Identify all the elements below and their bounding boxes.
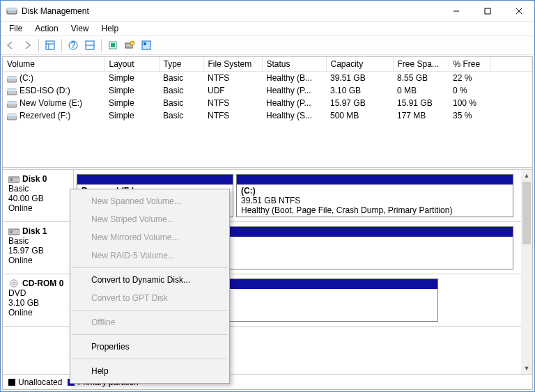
volume-table-header[interactable]: Volume Layout Type File System Status Ca… [3, 57, 532, 72]
scroll-up-arrow[interactable]: ▲ [521, 170, 532, 181]
partition-box[interactable]: (C:)39.51 GB NTFSHealthy (Boot, Page Fil… [236, 174, 513, 217]
svg-point-16 [130, 41, 134, 45]
svg-text:?: ? [71, 40, 76, 50]
forward-button[interactable] [20, 38, 34, 52]
volume-status: Healthy (B... [262, 72, 326, 85]
vertical-scrollbar[interactable]: ▲ ▼ [521, 170, 532, 374]
disk-size: 15.97 GB [8, 246, 68, 256]
col-layout[interactable]: Layout [104, 57, 159, 72]
disk-label[interactable]: Disk 0Basic40.00 GBOnline [3, 170, 74, 221]
svg-rect-26 [7, 114, 17, 116]
menu-item[interactable]: Properties [70, 338, 229, 356]
back-button[interactable] [3, 38, 17, 52]
volume-type: Basic [159, 72, 203, 85]
volume-type: Basic [159, 109, 203, 122]
svg-rect-24 [7, 102, 17, 104]
volume-status: Healthy (P... [262, 84, 326, 97]
scroll-down-arrow[interactable]: ▼ [521, 363, 532, 374]
partition-stripe [237, 175, 513, 185]
volume-capacity: 15.97 GB [326, 97, 393, 109]
menu-separator [72, 310, 228, 311]
svg-rect-6 [46, 41, 54, 49]
svg-rect-3 [485, 8, 490, 14]
col-status[interactable]: Status [262, 57, 326, 72]
disk-name: CD-ROM 0 [8, 279, 68, 288]
volume-fs: NTFS [203, 97, 262, 109]
svg-point-32 [13, 283, 15, 285]
col-fs[interactable]: File System [203, 57, 262, 72]
minimize-button[interactable] [440, 1, 472, 21]
menu-view[interactable]: View [65, 22, 95, 35]
disk-state: Online [8, 308, 68, 317]
disk-name: Disk 0 [8, 174, 68, 184]
menu-file[interactable]: File [3, 22, 28, 35]
svg-rect-18 [144, 42, 146, 45]
disk-type: DVD [8, 288, 68, 298]
menu-separator [72, 267, 228, 268]
volume-type: Basic [159, 97, 203, 109]
toolbar-separator [61, 39, 62, 52]
titlebar: Disk Management [1, 1, 534, 22]
svg-rect-14 [111, 43, 115, 47]
menu-item[interactable]: Convert to Dynamic Disk... [70, 271, 229, 289]
svg-rect-1 [7, 8, 17, 10]
col-type[interactable]: Type [159, 57, 203, 72]
col-capacity[interactable]: Capacity [326, 57, 393, 72]
disk-type: Basic [8, 236, 68, 246]
menu-separator [72, 359, 228, 359]
disk-context-menu[interactable]: New Spanned Volume...New Striped Volume.… [70, 189, 230, 384]
partition-line2: Healthy (Boot, Page File, Crash Dump, Pr… [241, 205, 509, 215]
disk-label[interactable]: Disk 1Basic15.97 GBOnline [3, 222, 74, 274]
volume-row[interactable]: New Volume (E:)SimpleBasicNTFSHealthy (P… [3, 97, 532, 109]
col-free[interactable]: Free Spa... [393, 57, 449, 72]
refresh-button[interactable] [106, 38, 120, 52]
disk-name: Disk 1 [8, 226, 68, 236]
volume-fs: UDF [203, 84, 262, 97]
partition-stripe [77, 175, 233, 185]
svg-rect-22 [7, 89, 17, 91]
menubar: File Action View Help [1, 22, 534, 36]
legend-unallocated: Unallocated [18, 377, 62, 387]
rescan-button[interactable] [123, 38, 137, 52]
menu-help[interactable]: Help [96, 22, 125, 35]
disk-size: 40.00 GB [8, 194, 68, 203]
toolbar-separator [38, 39, 39, 52]
app-icon [6, 6, 17, 17]
volume-fs: NTFS [203, 109, 262, 122]
volume-row[interactable]: (C:)SimpleBasicNTFSHealthy (B...39.51 GB… [3, 72, 532, 85]
toolbar: ? [1, 36, 534, 55]
toolbar-view-button[interactable] [43, 38, 57, 52]
col-pctfree[interactable]: % Free [449, 57, 490, 72]
disk-label[interactable]: CD-ROM 0DVD3.10 GBOnline [3, 274, 74, 326]
volume-row[interactable]: Rezerved (F:)SimpleBasicNTFSHealthy (S..… [3, 109, 532, 122]
close-button[interactable] [503, 1, 534, 21]
svg-rect-30 [10, 230, 13, 233]
volume-name: Rezerved (F:) [20, 111, 70, 120]
scroll-thumb[interactable] [522, 182, 531, 244]
volume-name: ESD-ISO (D:) [20, 86, 70, 95]
toolbar-settings-button[interactable] [83, 38, 97, 52]
disk-size: 3.10 GB [8, 298, 68, 308]
menu-item: New RAID-5 Volume... [70, 246, 229, 265]
menu-item[interactable]: Help [70, 362, 229, 380]
volume-table[interactable]: Volume Layout Type File System Status Ca… [3, 57, 532, 122]
window-title: Disk Management [22, 6, 440, 16]
toolbar-extra-button[interactable] [139, 38, 153, 52]
volume-row[interactable]: ESD-ISO (D:)SimpleBasicUDFHealthy (P...3… [3, 84, 532, 97]
volume-pct: 100 % [449, 97, 490, 109]
volume-layout: Simple [104, 109, 159, 122]
volume-layout: Simple [104, 97, 159, 109]
disk-type: Basic [8, 184, 68, 194]
col-volume[interactable]: Volume [3, 57, 104, 72]
help-button[interactable]: ? [66, 38, 80, 52]
maximize-button[interactable] [472, 1, 503, 21]
menu-item: New Striped Volume... [70, 210, 229, 228]
toolbar-separator [101, 39, 102, 52]
volume-list-pane: Volume Layout Type File System Status Ca… [3, 57, 532, 167]
volume-name: New Volume (E:) [20, 98, 82, 108]
menu-action[interactable]: Action [29, 22, 63, 35]
volume-free: 15.91 GB [393, 97, 449, 109]
menu-item: Offline [70, 313, 229, 331]
volume-pct: 35 % [449, 109, 490, 122]
volume-layout: Simple [104, 72, 159, 85]
